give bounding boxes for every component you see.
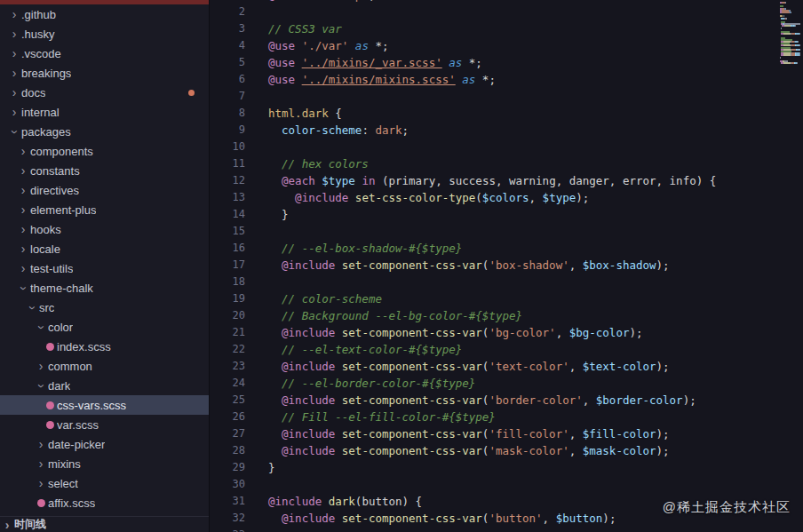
minimap-line-mark: [784, 25, 791, 27]
tree-folder-constants[interactable]: ›constants: [0, 161, 209, 180]
tree-folder-src[interactable]: ›src: [0, 298, 209, 317]
tree-folder-locale[interactable]: ›locale: [0, 239, 209, 258]
code-line-28[interactable]: 28 @include set-component-css-var('mask-…: [210, 442, 778, 459]
tree-file-css-vars-scss[interactable]: css-vars.scss: [0, 395, 209, 415]
code-line-6[interactable]: 6@use '../mixins/mixins.scss' as *;: [210, 71, 778, 88]
tree-folder-common[interactable]: ›common: [0, 356, 209, 376]
tree-item-label: css-vars.scss: [57, 399, 126, 412]
code-line-10[interactable]: 10: [210, 139, 778, 155]
vscode-window: ›.github›.husky›.vscode›breakings›docs›i…: [0, 0, 803, 532]
tree-folder-internal[interactable]: ›internal: [0, 102, 209, 122]
line-number: 18: [210, 274, 268, 290]
scss-file-icon: [43, 401, 57, 409]
code-line-24[interactable]: 24 // --el-border-color-#{$type}: [210, 375, 778, 392]
code-line-19[interactable]: 19 // color-scheme: [210, 290, 778, 307]
tree-folder-breakings[interactable]: ›breakings: [0, 63, 209, 83]
tree-folder-components[interactable]: ›components: [0, 141, 209, 161]
code-line-9[interactable]: 9 color-scheme: dark;: [210, 122, 778, 139]
line-number: 26: [210, 409, 268, 425]
line-number: 5: [210, 54, 268, 71]
line-number: 27: [210, 425, 268, 442]
tree-folder-test-utils[interactable]: ›test-utils: [0, 258, 209, 278]
tree-folder-hooks[interactable]: ›hooks: [0, 219, 209, 239]
code-text: html.dark {: [268, 105, 342, 122]
minimap-line-mark: [799, 33, 800, 35]
line-number: 10: [210, 139, 268, 155]
tree-folder-color[interactable]: ›color: [0, 317, 209, 337]
tree-item-label: .github: [21, 8, 56, 21]
code-line-27[interactable]: 27 @include set-component-css-var('fill-…: [210, 425, 778, 442]
minimap-line-mark: [791, 12, 791, 13]
tree-item-label: select: [48, 477, 78, 490]
tree-item-label: components: [30, 145, 93, 158]
code-line-26[interactable]: 26 // Fill --el-fill-color-#{$type}: [210, 409, 778, 425]
line-number: 31: [210, 493, 268, 510]
code-line-20[interactable]: 20 // Background --el-bg-color-#{$type}: [210, 307, 778, 324]
tree-folder-directives[interactable]: ›directives: [0, 180, 209, 200]
tree-item-label: internal: [21, 106, 60, 119]
code-text: @use 'sass:map';: [268, 0, 375, 4]
chevron-right-icon: ›: [34, 457, 48, 470]
tree-folder-docs[interactable]: ›docs: [0, 83, 209, 102]
code-line-17[interactable]: 17 @include set-component-css-var('box-s…: [210, 257, 778, 274]
code-line-3[interactable]: 3// CSS3 var: [210, 20, 778, 37]
line-number: 2: [210, 4, 268, 20]
code-line-7[interactable]: 7: [210, 88, 778, 105]
tree-folder-dark[interactable]: ›dark: [0, 376, 209, 395]
code-line-29[interactable]: 29}: [210, 459, 778, 476]
code-line-22[interactable]: 22 // --el-text-color-#{$type}: [210, 341, 778, 358]
minimap-line-mark: [783, 62, 791, 64]
tree-folder-date-picker[interactable]: ›date-picker: [0, 434, 209, 454]
chevron-right-icon: ›: [16, 242, 30, 255]
line-number: 20: [210, 307, 268, 324]
file-tree: ›.github›.husky›.vscode›breakings›docs›i…: [0, 4, 209, 532]
tree-file-affix-scss[interactable]: affix.scss: [0, 493, 209, 512]
code-text: // hex colors: [268, 155, 369, 172]
code-line-25[interactable]: 25 @include set-component-css-var('borde…: [210, 392, 778, 409]
chevron-down-icon: ›: [18, 282, 30, 296]
code-line-11[interactable]: 11 // hex colors: [210, 155, 778, 172]
code-line-30[interactable]: 30: [210, 476, 778, 493]
chevron-right-icon: ›: [16, 164, 30, 177]
minimap-line-mark: [799, 44, 800, 46]
code-line-15[interactable]: 15: [210, 223, 778, 240]
chevron-right-icon: ›: [34, 438, 48, 450]
line-number: 12: [210, 172, 268, 189]
line-number: 8: [210, 105, 268, 122]
tree-folder-element-plus[interactable]: ›element-plus: [0, 200, 209, 219]
line-number: 15: [210, 223, 268, 240]
line-number: 19: [210, 290, 268, 307]
code-line-4[interactable]: 4@use './var' as *;: [210, 37, 778, 54]
code-line-14[interactable]: 14 }: [210, 206, 778, 223]
code-line-5[interactable]: 5@use '../mixins/_var.scss' as *;: [210, 54, 778, 71]
code-text: // CSS3 var: [268, 20, 342, 37]
tree-folder-mixins[interactable]: ›mixins: [0, 454, 209, 473]
line-number: 30: [210, 476, 268, 493]
code-line-8[interactable]: 8html.dark {: [210, 105, 778, 122]
code-line-2[interactable]: 2: [210, 4, 778, 20]
timeline-section-header[interactable]: › 时间线: [0, 516, 209, 532]
code-line-21[interactable]: 21 @include set-component-css-var('bg-co…: [210, 324, 778, 341]
chevron-right-icon: ›: [7, 106, 21, 118]
tree-folder-select[interactable]: ›select: [0, 473, 209, 493]
code-line-33[interactable]: 33: [210, 527, 778, 532]
timeline-label: 时间线: [14, 517, 46, 532]
code-editor[interactable]: 1@use 'sass:map';23// CSS3 var4@use './v…: [210, 0, 803, 532]
tree-item-label: packages: [21, 125, 71, 139]
tree-file-var-scss[interactable]: var.scss: [0, 415, 209, 434]
tree-folder--vscode[interactable]: ›.vscode: [0, 44, 209, 63]
tree-folder--husky[interactable]: ›.husky: [0, 24, 209, 44]
code-line-23[interactable]: 23 @include set-component-css-var('text-…: [210, 358, 778, 375]
tree-folder--github[interactable]: ›.github: [0, 4, 209, 24]
tree-folder-packages[interactable]: ›packages: [0, 122, 209, 141]
code-line-16[interactable]: 16 // --el-box-shadow-#{$type}: [210, 240, 778, 257]
chevron-down-icon: ›: [36, 321, 48, 335]
tree-folder-theme-chalk[interactable]: ›theme-chalk: [0, 278, 209, 298]
line-number: 17: [210, 257, 268, 274]
code-line-12[interactable]: 12 @each $type in (primary, success, war…: [210, 172, 778, 189]
code-line-18[interactable]: 18: [210, 274, 778, 290]
code-line-13[interactable]: 13 @include set-css-color-type($colors, …: [210, 189, 778, 206]
minimap[interactable]: [778, 0, 803, 532]
tree-file-index-scss[interactable]: index.scss: [0, 337, 209, 356]
code-text: @include set-component-css-var('border-c…: [268, 392, 696, 409]
